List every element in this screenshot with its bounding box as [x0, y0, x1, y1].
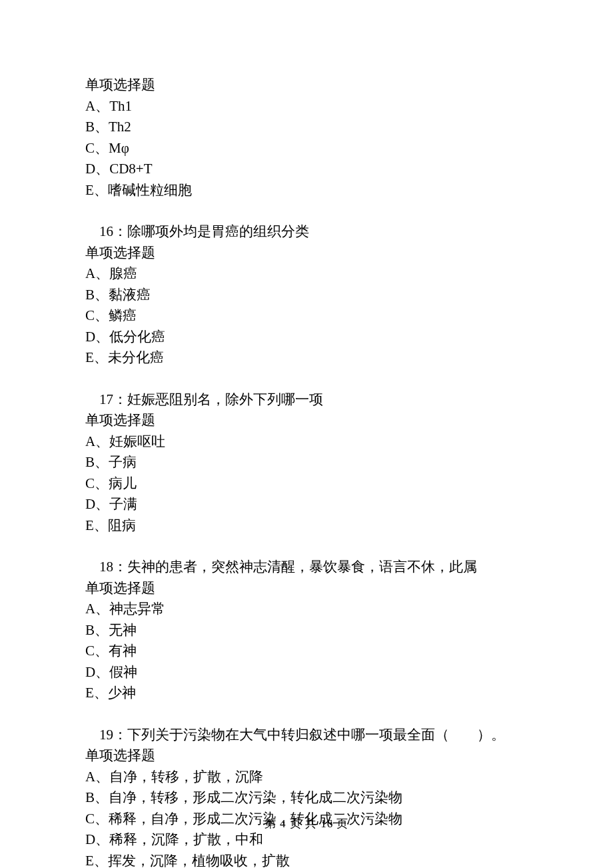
- option-text: A、妊娠呕吐: [85, 431, 533, 453]
- option-text: C、有神: [85, 641, 533, 662]
- blank-line: [85, 704, 533, 725]
- footer-prefix: 第: [265, 817, 280, 830]
- question-type-label: 单项选择题: [85, 745, 533, 767]
- question-stem: 17：妊娠恶阻别名，除外下列哪一项: [85, 389, 533, 411]
- option-text: A、自净，转移，扩散，沉降: [85, 767, 533, 788]
- option-text: C、鳞癌: [85, 305, 533, 327]
- option-text: D、子满: [85, 494, 533, 515]
- option-text: C、病儿: [85, 473, 533, 495]
- option-text: E、阻病: [85, 515, 533, 537]
- blank-line: [85, 369, 533, 389]
- option-text: E、挥发，沉降，植物吸收，扩散: [85, 851, 533, 869]
- question-type-label: 单项选择题: [85, 578, 533, 599]
- question-type-label: 单项选择题: [85, 243, 533, 264]
- document-page: 单项选择题 A、Th1 B、Th2 C、Mφ D、CD8+T E、嗜碱性粒细胞 …: [0, 0, 613, 868]
- option-text: D、假神: [85, 662, 533, 683]
- option-text: C、Mφ: [85, 138, 533, 159]
- option-text: D、低分化癌: [85, 327, 533, 348]
- blank-line: [85, 536, 533, 557]
- option-text: B、子病: [85, 452, 533, 473]
- blank-line: [85, 201, 533, 221]
- option-text: A、神志异常: [85, 599, 533, 620]
- total-page-number: 16: [320, 817, 333, 830]
- option-text: D、CD8+T: [85, 159, 533, 180]
- question-type-label: 单项选择题: [85, 75, 533, 96]
- question-stem: 19：下列关于污染物在大气中转归叙述中哪一项最全面（ ）。: [85, 725, 533, 746]
- option-text: A、腺癌: [85, 263, 533, 285]
- option-text: D、稀释，沉降，扩散，中和: [85, 829, 533, 851]
- question-stem: 18：失神的患者，突然神志清醒，暴饮暴食，语言不休，此属: [85, 557, 533, 578]
- page-footer: 第 4 页 共 16 页: [0, 815, 613, 833]
- option-text: E、少神: [85, 683, 533, 704]
- footer-suffix: 页: [333, 817, 348, 830]
- option-text: B、无神: [85, 620, 533, 641]
- option-text: B、Th2: [85, 117, 533, 138]
- current-page-number: 4: [280, 817, 287, 830]
- option-text: B、黏液癌: [85, 285, 533, 306]
- option-text: E、嗜碱性粒细胞: [85, 180, 533, 201]
- footer-middle: 页 共: [286, 817, 320, 830]
- question-stem: 16：除哪项外均是胃癌的组织分类: [85, 221, 533, 243]
- question-type-label: 单项选择题: [85, 410, 533, 431]
- option-text: B、自净，转移，形成二次污染，转化成二次污染物: [85, 787, 533, 809]
- option-text: E、未分化癌: [85, 347, 533, 369]
- option-text: A、Th1: [85, 96, 533, 117]
